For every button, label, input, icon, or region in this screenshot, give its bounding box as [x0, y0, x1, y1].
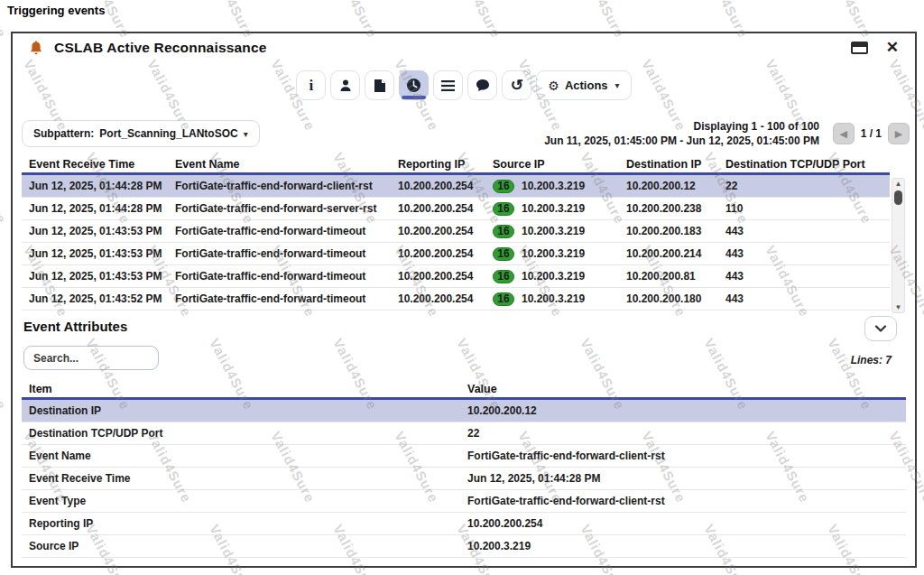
table-row[interactable]: Jun 12, 2025, 01:43:53 PMFortiGate-traff…	[22, 265, 890, 288]
info-icon: i	[309, 77, 313, 95]
attribute-row[interactable]: Reporting IP10.200.200.254	[22, 513, 906, 535]
source-ip: 10.200.3.219	[522, 225, 585, 237]
destination-port: 443	[725, 225, 890, 237]
document-icon	[374, 79, 386, 93]
pagination: ◀ 1 / 1 ▶	[833, 123, 910, 144]
rule-button[interactable]	[433, 70, 463, 100]
alert-bell-icon	[27, 40, 45, 58]
raw-events-button[interactable]	[365, 70, 394, 100]
destination-ip: 10.200.200.12	[626, 180, 725, 192]
toolbar: i ↺ ⚙	[13, 70, 915, 100]
close-icon[interactable]: ✕	[886, 38, 899, 57]
reporting-ip: 10.200.200.254	[398, 180, 493, 192]
attributes-search-input[interactable]	[23, 346, 159, 370]
scroll-up-icon[interactable]: ▲	[892, 180, 904, 188]
lines-count: Lines: 7	[851, 354, 892, 366]
dialog-title: CSLAB Active Reconnaissance	[54, 40, 267, 56]
col-event-receive-time[interactable]: Event Receive Time	[22, 158, 175, 171]
table-row[interactable]: Jun 12, 2025, 01:44:28 PMFortiGate-traff…	[22, 175, 890, 198]
event-receive-time: Jun 12, 2025, 01:43:53 PM	[22, 225, 175, 237]
source-ip-cell: 1610.200.3.219	[493, 225, 626, 238]
source-ip: 10.200.3.219	[522, 292, 585, 305]
list-icon	[441, 80, 455, 91]
chevron-down-icon: ▾	[615, 80, 620, 90]
source-ip-cell: 1610.200.3.219	[493, 247, 626, 261]
attribute-row[interactable]: Event Receive TimeJun 12, 2025, 01:44:28…	[22, 468, 906, 490]
source-ip: 10.200.3.219	[522, 270, 585, 283]
attribute-row[interactable]: Destination TCP/UDP Port22	[22, 422, 906, 445]
scroll-down-icon[interactable]: ▼	[892, 303, 904, 311]
user-icon	[338, 79, 353, 93]
destination-port: 22	[725, 180, 890, 192]
event-count-badge[interactable]: 16	[493, 270, 514, 283]
event-name: FortiGate-traffic-end-forward-timeout	[175, 247, 398, 260]
event-count-badge[interactable]: 16	[493, 202, 514, 216]
prev-page-button[interactable]: ◀	[833, 123, 855, 144]
source-ip-cell: 1610.200.3.219	[493, 180, 626, 193]
attribute-value: 10.200.3.219	[467, 540, 906, 552]
col-value[interactable]: Value	[467, 383, 906, 395]
arrow-right-icon: ▶	[895, 128, 902, 140]
table-row[interactable]: Jun 12, 2025, 01:43:52 PMFortiGate-traff…	[22, 288, 890, 311]
table-row[interactable]: Jun 12, 2025, 01:43:53 PMFortiGate-traff…	[22, 220, 890, 243]
triggering-events-button[interactable]	[399, 70, 429, 100]
event-receive-time: Jun 12, 2025, 01:43:53 PM	[22, 270, 175, 283]
attribute-item: Destination TCP/UDP Port	[22, 427, 467, 440]
event-receive-time: Jun 12, 2025, 01:44:28 PM	[22, 202, 175, 215]
table-row[interactable]: Jun 12, 2025, 01:44:28 PMFortiGate-traff…	[22, 198, 890, 220]
collapse-attributes-button[interactable]	[864, 316, 897, 341]
event-name: FortiGate-traffic-end-forward-timeout	[175, 270, 398, 283]
details-button[interactable]: i	[296, 70, 326, 100]
event-count-badge[interactable]: 16	[493, 225, 514, 238]
col-destination-ip[interactable]: Destination IP	[626, 158, 725, 171]
date-range-text: Jun 11, 2025, 01:45:00 PM - Jun 12, 2025…	[544, 134, 819, 148]
event-count-badge[interactable]: 16	[493, 292, 514, 306]
source-ip: 10.200.3.219	[522, 202, 585, 215]
destination-port: 443	[725, 270, 890, 283]
source-ip-cell: 1610.200.3.219	[493, 202, 626, 216]
attribute-value: FortiGate-traffic-end-forward-client-rst	[467, 495, 906, 507]
reporting-ip: 10.200.200.254	[398, 247, 493, 260]
history-icon: ↺	[511, 76, 523, 95]
event-name: FortiGate-traffic-end-forward-timeout	[175, 292, 398, 305]
subpattern-dropdown[interactable]: Subpattern: Port_Scanning_LANtoSOC ▾	[22, 120, 260, 147]
col-reporting-ip[interactable]: Reporting IP	[398, 158, 493, 171]
history-button[interactable]: ↺	[502, 70, 531, 100]
events-table-header: Event Receive Time Event Name Reporting …	[22, 155, 890, 175]
event-receive-time: Jun 12, 2025, 01:43:52 PM	[22, 292, 175, 305]
col-event-name[interactable]: Event Name	[175, 158, 398, 171]
chevron-down-icon: ▾	[244, 129, 248, 139]
attribute-row[interactable]: Source IP10.200.3.219	[22, 535, 906, 558]
table-row[interactable]: Jun 12, 2025, 01:43:53 PMFortiGate-traff…	[22, 243, 890, 265]
attribute-value: 10.200.200.254	[467, 517, 906, 530]
attribute-value: FortiGate-traffic-end-forward-client-rst	[467, 450, 906, 462]
actions-button[interactable]: ⚙ Actions ▾	[536, 70, 631, 100]
attribute-row[interactable]: Destination IP10.200.200.12	[22, 400, 906, 422]
attribute-row[interactable]: Event TypeFortiGate-traffic-end-forward-…	[22, 490, 906, 513]
attribute-value: 10.200.200.12	[467, 404, 906, 417]
event-count-badge[interactable]: 16	[493, 180, 514, 193]
attribute-row[interactable]: Event NameFortiGate-traffic-end-forward-…	[22, 445, 906, 468]
events-scrollbar[interactable]: ▲ ▼	[892, 178, 905, 313]
comments-button[interactable]	[467, 70, 497, 100]
event-name: FortiGate-traffic-end-forward-server-rst	[175, 202, 398, 215]
next-page-button[interactable]: ▶	[888, 123, 910, 144]
scrollbar-thumb[interactable]	[894, 190, 902, 205]
page-title: Triggering events	[7, 4, 105, 17]
attribute-item: Event Receive Time	[22, 472, 467, 485]
col-item[interactable]: Item	[22, 383, 467, 395]
result-range-info: Displaying 1 - 100 of 100 Jun 11, 2025, …	[544, 119, 819, 148]
destination-ip: 10.200.200.180	[626, 292, 725, 305]
impacted-entities-button[interactable]	[330, 70, 360, 100]
col-source-ip[interactable]: Source IP	[493, 158, 626, 171]
col-destination-port[interactable]: Destination TCP/UDP Port	[725, 158, 890, 171]
chevron-down-icon	[875, 325, 886, 332]
window-restore-icon[interactable]	[851, 42, 868, 54]
reporting-ip: 10.200.200.254	[398, 292, 493, 305]
chat-bubble-icon	[476, 79, 490, 92]
event-count-badge[interactable]: 16	[493, 247, 514, 261]
destination-port: 443	[725, 247, 890, 260]
destination-port: 110	[725, 202, 890, 215]
attribute-item: Event Type	[22, 495, 467, 507]
event-attributes-heading: Event Attributes	[23, 319, 127, 334]
